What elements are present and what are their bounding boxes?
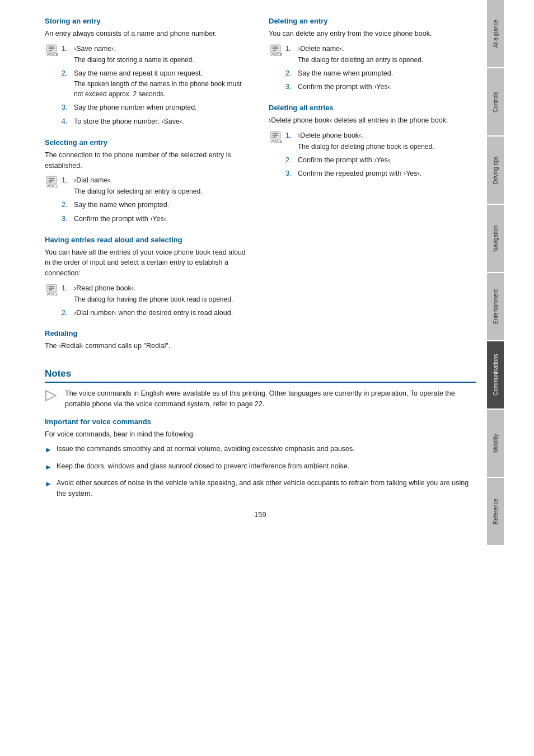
step-content: Say the name when prompted. <box>298 68 476 79</box>
bullet-arrow-icon: ► <box>45 462 52 473</box>
svg-marker-25 <box>46 391 56 401</box>
step-content: ›Save name‹. The dialog for storing a na… <box>74 44 252 65</box>
step-number: 2. <box>62 308 72 318</box>
step-content: Say the name and repeat it upon request.… <box>74 68 252 100</box>
having-entries-section: Having entries read aloud and selecting … <box>45 236 252 318</box>
step-content: ›Dial name‹. The dialog for selecting an… <box>74 175 252 196</box>
svg-text:VOICE: VOICE <box>270 53 282 57</box>
note-triangle-icon <box>45 389 60 405</box>
sidebar-tab-driving-tips[interactable]: Driving tips <box>487 137 504 204</box>
list-item: 3. Confirm the repeated prompt with ›Yes… <box>269 168 476 179</box>
page-number: 159 <box>45 510 476 519</box>
mic-icon: VOICE <box>269 44 284 57</box>
sidebar-tab-reference[interactable]: Reference <box>487 478 504 545</box>
important-bullets: ► Issue the commands smoothly and at nor… <box>45 444 476 499</box>
list-item: ► Avoid other sources of noise in the ve… <box>45 478 476 499</box>
step-number: 3. <box>285 82 296 92</box>
step-content: Confirm the repeated prompt with ›Yes‹. <box>298 168 476 179</box>
sidebar: At a glance Controls Driving tips Naviga… <box>487 0 504 756</box>
step-number: 1. <box>62 175 72 186</box>
step-number: 2. <box>285 68 296 79</box>
having-entries-title: Having entries read aloud and selecting <box>45 236 252 244</box>
list-item: 2. Say the name and repeat it upon reque… <box>45 68 252 100</box>
deleting-all-title: Deleting all entries <box>269 104 476 112</box>
mic-icon: VOICE <box>45 283 60 297</box>
step-number: 2. <box>285 155 296 166</box>
step-content: Say the name when prompted. <box>74 200 252 210</box>
svg-rect-23 <box>273 137 276 138</box>
step-content: ›Delete name‹. The dialog for deleting a… <box>298 44 476 65</box>
list-item: VOICE 1. ›Save name‹. The dialog for sto… <box>45 44 252 65</box>
having-entries-intro: You can have all the entries of your voi… <box>45 247 252 279</box>
step-number: 3. <box>285 168 296 179</box>
storing-entry-section: Storing an entry An entry always consist… <box>45 17 252 127</box>
sidebar-tab-navigation[interactable]: Navigation <box>487 205 504 272</box>
step-number: 1. <box>62 283 72 294</box>
step-number: 3. <box>62 214 72 224</box>
sidebar-tab-entertainment[interactable]: Entertainment <box>487 273 504 340</box>
list-item: VOICE 1. ›Delete phone book‹. The dialog… <box>269 130 476 152</box>
svg-rect-18 <box>273 50 276 51</box>
redialing-title: Redialing <box>45 329 252 337</box>
important-title: Important for voice commands <box>45 417 476 426</box>
deleting-all-steps: VOICE 1. ›Delete phone book‹. The dialog… <box>269 130 476 179</box>
svg-rect-1 <box>49 46 54 48</box>
storing-entry-intro: An entry always consists of a name and p… <box>45 29 252 39</box>
sidebar-tab-communications[interactable]: Communications <box>487 341 504 408</box>
svg-rect-2 <box>49 48 54 49</box>
bullet-arrow-icon: ► <box>45 444 52 456</box>
selecting-entry-title: Selecting an entry <box>45 138 252 147</box>
list-item: VOICE 1. ›Read phone book‹. The dialog f… <box>45 283 252 304</box>
list-item: ► Issue the commands smoothly and at nor… <box>45 444 476 456</box>
list-item: ► Keep the doors, windows and glass sunr… <box>45 461 476 473</box>
storing-entry-title: Storing an entry <box>45 17 252 25</box>
redialing-intro: The ›Redial‹ command calls up "Redial". <box>45 341 252 351</box>
note-text: The voice commands in English were avail… <box>65 388 476 410</box>
deleting-entry-section: Deleting an entry You can delete any ent… <box>269 17 476 92</box>
step-number: 3. <box>62 102 72 113</box>
svg-rect-6 <box>49 178 54 179</box>
step-number: 4. <box>62 116 72 127</box>
svg-text:VOICE: VOICE <box>46 292 58 296</box>
deleting-entry-intro: You can delete any entry from the voice … <box>269 29 476 39</box>
list-item: 3. Say the phone number when prompted. <box>45 102 252 113</box>
selecting-entry-steps: VOICE 1. ›Dial name‹. The dialog for sel… <box>45 175 252 224</box>
step-content: Confirm the prompt with ›Yes‹. <box>298 155 476 166</box>
svg-rect-21 <box>273 133 278 134</box>
step-number: 1. <box>62 44 72 54</box>
having-entries-steps: VOICE 1. ›Read phone book‹. The dialog f… <box>45 283 252 318</box>
step-number: 1. <box>285 130 296 141</box>
list-item: 3. Confirm the prompt with ›Yes‹. <box>269 82 476 92</box>
svg-rect-22 <box>273 135 278 136</box>
step-number: 1. <box>285 44 296 54</box>
sidebar-tab-controls[interactable]: Controls <box>487 68 504 135</box>
important-intro: For voice commands, bear in mind the fol… <box>45 429 476 440</box>
svg-rect-12 <box>49 288 54 289</box>
svg-rect-8 <box>49 181 52 182</box>
svg-rect-11 <box>49 286 54 287</box>
deleting-all-intro: ›Delete phone book‹ deletes all entries … <box>269 115 476 126</box>
step-content: To store the phone number: ›Save‹. <box>74 116 252 127</box>
svg-rect-17 <box>273 48 278 49</box>
svg-text:VOICE: VOICE <box>46 184 58 188</box>
svg-rect-3 <box>49 50 52 51</box>
mic-icon: VOICE <box>45 175 60 189</box>
list-item: 3. Confirm the prompt with ›Yes‹. <box>45 214 252 224</box>
svg-rect-16 <box>273 46 278 48</box>
step-number: 2. <box>62 200 72 210</box>
sidebar-tab-at-a-glance[interactable]: At a glance <box>487 0 504 67</box>
mic-icon: VOICE <box>269 130 284 144</box>
mic-icon: VOICE <box>45 44 60 57</box>
notes-title: Notes <box>45 368 476 383</box>
svg-text:VOICE: VOICE <box>46 53 58 57</box>
step-content: Confirm the prompt with ›Yes‹. <box>74 214 252 224</box>
list-item: VOICE 1. ›Delete name‹. The dialog for d… <box>269 44 476 65</box>
step-content: ›Delete phone book‹. The dialog for dele… <box>298 130 476 152</box>
bullet-arrow-icon: ► <box>45 478 52 490</box>
sidebar-tab-mobility[interactable]: Mobility <box>487 410 504 477</box>
notes-section: Notes The voice commands in English were… <box>45 368 476 519</box>
note-box: The voice commands in English were avail… <box>45 388 476 410</box>
list-item: 2. Say the name when prompted. <box>269 68 476 79</box>
list-item: 2. ›Dial number‹ when the desired entry … <box>45 308 252 318</box>
svg-rect-7 <box>49 180 54 181</box>
